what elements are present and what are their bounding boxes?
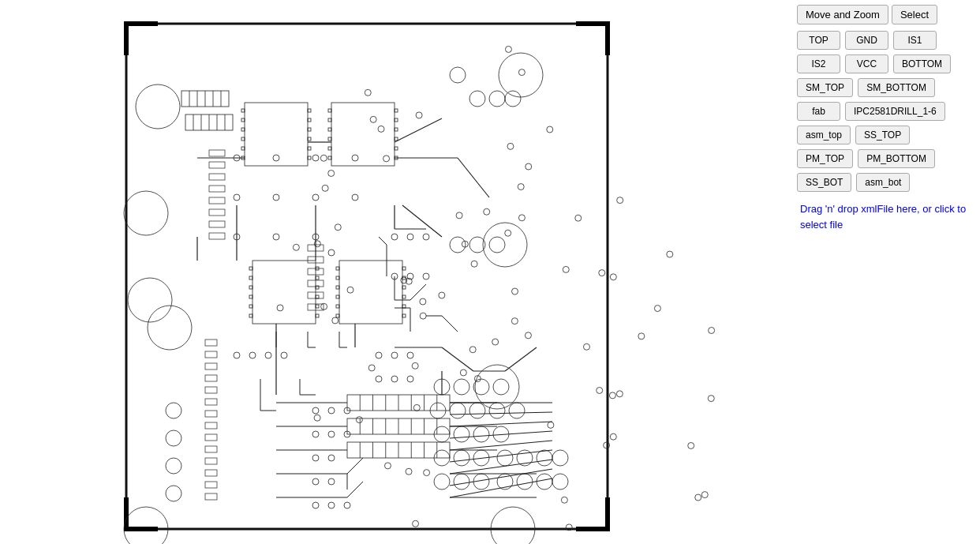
layer-btn-ss_bot[interactable]: SS_BOT — [797, 173, 851, 192]
pcb-canvas[interactable] — [0, 0, 791, 544]
layer-row: fabIPC2581DRILL_1-6 — [797, 102, 974, 121]
layer-row: TOPGNDIS1 — [797, 31, 974, 50]
layer-buttons: TOPGNDIS1IS2VCCBOTTOMSM_TOPSM_BOTTOMfabI… — [797, 31, 974, 192]
layer-btn-asm_top[interactable]: asm_top — [797, 126, 851, 144]
layer-row: SM_TOPSM_BOTTOM — [797, 78, 974, 97]
layer-row: asm_topSS_TOP — [797, 126, 974, 144]
layer-btn-bottom[interactable]: BOTTOM — [893, 54, 951, 73]
layer-btn-fab[interactable]: fab — [797, 102, 840, 121]
layer-row: IS2VCCBOTTOM — [797, 54, 974, 73]
select-button[interactable]: Select — [892, 5, 937, 24]
layer-btn-is1[interactable]: IS1 — [893, 31, 937, 50]
drop-zone[interactable]: Drag 'n' drop xmlFile here, or click to … — [797, 198, 974, 235]
layer-row: PM_TOPPM_BOTTOM — [797, 149, 974, 168]
layer-row: SS_BOTasm_bot — [797, 173, 974, 192]
right-panel: Move and Zoom Select TOPGNDIS1IS2VCCBOTT… — [791, 0, 980, 544]
layer-btn-sm_bottom[interactable]: SM_BOTTOM — [858, 78, 935, 97]
move-zoom-button[interactable]: Move and Zoom — [797, 5, 888, 24]
layer-btn-top[interactable]: TOP — [797, 31, 840, 50]
layer-btn-ss_top[interactable]: SS_TOP — [855, 126, 910, 144]
layer-btn-asm_bot[interactable]: asm_bot — [856, 173, 910, 192]
pcb-viewer[interactable] — [0, 0, 791, 544]
layer-btn-sm_top[interactable]: SM_TOP — [797, 78, 853, 97]
layer-btn-pm_top[interactable]: PM_TOP — [797, 149, 853, 168]
layer-btn-pm_bottom[interactable]: PM_BOTTOM — [858, 149, 935, 168]
layer-btn-is2[interactable]: IS2 — [797, 54, 840, 73]
toolbar: Move and Zoom Select — [797, 5, 974, 24]
layer-btn-ipc2581drill_1-6[interactable]: IPC2581DRILL_1-6 — [845, 102, 945, 121]
layer-btn-gnd[interactable]: GND — [845, 31, 888, 50]
layer-btn-vcc[interactable]: VCC — [845, 54, 888, 73]
